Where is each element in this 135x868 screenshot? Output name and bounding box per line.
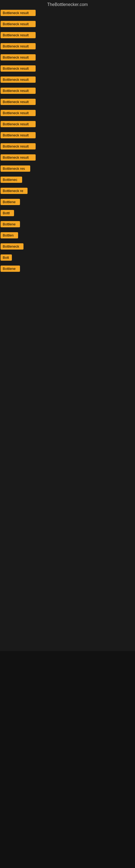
bottleneck-badge[interactable]: Bottleneck result [1, 88, 36, 94]
bottleneck-badge[interactable]: Bottlen [1, 232, 18, 239]
bottleneck-badge[interactable]: Bottleneck result [1, 32, 36, 38]
list-item: Bottleneck result [1, 42, 134, 51]
list-item: Bottleneck result [1, 120, 134, 129]
list-item: Bottlene [1, 220, 134, 229]
list-item: Bottl [1, 209, 134, 218]
bottleneck-badge[interactable]: Bottleneck result [1, 54, 36, 61]
bottleneck-badge[interactable]: Bott [1, 254, 12, 261]
list-item: Bottleneck re [1, 187, 134, 195]
list-item: Bottlene [1, 198, 134, 207]
list-item: Bottleneck result [1, 154, 134, 162]
list-item: Bottleneck result [1, 109, 134, 118]
list-item: Bottlene [1, 265, 134, 273]
list-item: Bottleneck result [1, 54, 134, 62]
list-item: Bottleneck result [1, 131, 134, 140]
list-item: Bottlen [1, 231, 134, 240]
bottleneck-badge[interactable]: Bottl [1, 210, 14, 216]
bottleneck-badge[interactable]: Bottleneck result [1, 10, 36, 16]
bottleneck-badge[interactable]: Bottleneck result [1, 143, 36, 150]
bottleneck-badge[interactable]: Bottlenec [1, 177, 22, 183]
list-item: Bottleneck result [1, 87, 134, 95]
bottleneck-badge[interactable]: Bottleneck result [1, 132, 36, 138]
list-item: Bottleneck res [1, 165, 134, 173]
bottleneck-list: Bottleneck resultBottleneck resultBottle… [0, 8, 135, 277]
list-item: Bott [1, 254, 134, 262]
bottleneck-badge[interactable]: Bottleneck result [1, 121, 36, 127]
bottleneck-badge[interactable]: Bottleneck result [1, 21, 36, 27]
list-item: Bottleneck result [1, 143, 134, 151]
bottleneck-badge[interactable]: Bottleneck [1, 243, 24, 250]
bottleneck-badge[interactable]: Bottleneck result [1, 43, 36, 50]
list-item: Bottleneck result [1, 20, 134, 29]
bottleneck-badge[interactable]: Bottlene [1, 199, 20, 205]
list-item: Bottlenec [1, 176, 134, 184]
bottleneck-badge[interactable]: Bottleneck result [1, 110, 36, 116]
bottleneck-badge[interactable]: Bottleneck result [1, 76, 36, 83]
list-item: Bottleneck result [1, 65, 134, 73]
bottleneck-badge[interactable]: Bottlene [1, 266, 20, 272]
bottleneck-badge[interactable]: Bottleneck result [1, 99, 36, 105]
site-title: TheBottlenecker.com [0, 0, 135, 8]
bottleneck-badge[interactable]: Bottleneck res [1, 165, 30, 172]
bottleneck-badge[interactable]: Bottleneck result [1, 154, 36, 161]
list-item: Bottleneck result [1, 9, 134, 18]
list-item: Bottleneck result [1, 98, 134, 106]
list-item: Bottleneck result [1, 31, 134, 40]
bottleneck-badge[interactable]: Bottleneck re [1, 188, 28, 194]
list-item: Bottleneck result [1, 76, 134, 84]
bottleneck-badge[interactable]: Bottleneck result [1, 65, 36, 72]
list-item: Bottleneck [1, 243, 134, 251]
bottleneck-badge[interactable]: Bottlene [1, 221, 20, 227]
chart-area [0, 651, 135, 868]
